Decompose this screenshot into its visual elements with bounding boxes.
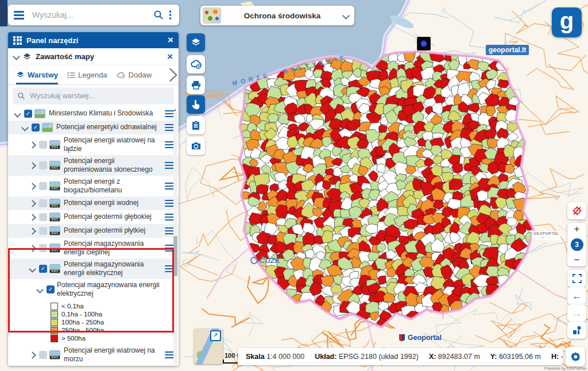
chevron-right-icon[interactable]	[29, 162, 36, 169]
layer-row[interactable]: Potencjał energii promieniowania słonecz…	[8, 155, 179, 176]
layer-row[interactable]: ✓Potencjał magazynowania energii elektry…	[8, 258, 179, 279]
layer-label[interactable]: Potencjał energii z biogazu/biometanu	[64, 177, 164, 195]
scrollbar-thumb[interactable]	[173, 236, 177, 276]
layer-checkbox[interactable]	[39, 182, 47, 190]
layer-row[interactable]: Potencjał geotermii głębokiej	[8, 210, 179, 224]
scrollbar-track[interactable]	[173, 113, 177, 365]
zoom-in-button[interactable]: +	[574, 225, 580, 234]
tools-panel-header: Panel narzędzi ×	[8, 32, 179, 48]
layer-checkbox[interactable]: ✓	[39, 265, 47, 273]
scale-value[interactable]: 1:4 000 000	[266, 353, 304, 361]
powered-by-label: Powered by GISPartner	[544, 366, 587, 370]
layer-checkbox[interactable]	[39, 351, 47, 359]
screenshot-tool-button[interactable]	[187, 137, 205, 155]
legend-label: 0,1ha - 100ha	[61, 311, 102, 318]
chevron-right-icon[interactable]	[29, 351, 36, 359]
chevron-right-icon[interactable]	[29, 200, 36, 207]
layer-label[interactable]: Potencjał energii wodnej	[64, 199, 164, 207]
layer-row[interactable]: Potencjał magazynowania energii cieplnej	[8, 238, 179, 258]
zoom-out-button[interactable]: −	[574, 256, 580, 265]
layer-label[interactable]: Potencjał energetyki odnawialnej	[56, 123, 164, 132]
chevron-right-icon[interactable]	[29, 227, 36, 235]
scroll-up-icon[interactable]: ▲	[173, 107, 177, 113]
add-data-tool-button[interactable]	[187, 55, 205, 74]
open-minimap-icon[interactable]: ↗	[210, 330, 221, 341]
status-bar: Skala 1:4 000 000 Układ: EPSG 2180 (ukła…	[238, 348, 563, 365]
settings-button[interactable]	[566, 347, 585, 366]
layer-row[interactable]: Potencjał energii wodnej	[8, 196, 179, 210]
layer-label[interactable]: Potencjał energii promieniowania słonecz…	[64, 157, 164, 175]
main-menu-button[interactable]	[14, 11, 24, 20]
layer-row[interactable]: ✓Potencjał energetyki odnawialnej	[8, 121, 179, 134]
compare-maps-button[interactable]	[567, 322, 586, 339]
overview-minimap[interactable]: ↗	[194, 329, 223, 364]
layer-row[interactable]: Jakość Powietrza	[8, 365, 179, 366]
layer-label[interactable]: Potencjał magazynowania energii elektryc…	[64, 260, 164, 278]
tab-legenda[interactable]: Legenda	[63, 65, 112, 84]
chevron-down-icon[interactable]	[21, 124, 29, 132]
geoportal-logo[interactable]: g	[552, 7, 582, 37]
select-tool-button[interactable]	[187, 95, 205, 114]
layer-label[interactable]: Potencjał magazynowania energii cieplnej	[64, 239, 164, 257]
chevron-down-icon[interactable]	[14, 110, 21, 118]
layers-tool-button[interactable]	[187, 33, 205, 52]
layer-row[interactable]: Potencjał energii z biogazu/biometanu	[8, 176, 179, 196]
map-scheme-selector[interactable]: Ochrona środowiska	[200, 6, 354, 25]
layer-checkbox[interactable]	[39, 199, 47, 207]
layer-row[interactable]: ✓Ministerstwo Klimatu i Środowiska	[8, 107, 179, 121]
print-tool-button[interactable]	[187, 76, 205, 94]
chevron-down-icon[interactable]	[36, 286, 44, 293]
compass-icon	[250, 257, 258, 264]
layer-checkbox[interactable]: ✓	[47, 285, 55, 293]
chevron-right-icon[interactable]	[29, 214, 36, 221]
layer-checkbox[interactable]	[39, 213, 47, 221]
layer-row[interactable]: Potencjał energii wiatrowej na lądzie	[8, 134, 179, 155]
geoportal-small-watermark: GEOPORTAL▾ ·······	[532, 231, 560, 240]
layer-label[interactable]: Ministerstwo Klimatu i Środowiska	[49, 109, 164, 118]
layer-row[interactable]: Potencjał geotermii płytkiej	[8, 224, 179, 238]
layer-tree-scrollbar[interactable]: ▲ ▼	[172, 107, 178, 366]
location-off-button[interactable]	[567, 202, 586, 219]
tab-warstwy[interactable]: Warstwy	[11, 65, 63, 84]
crs-value[interactable]: EPSG 2180 (układ 1992)	[339, 353, 419, 361]
layer-checkbox[interactable]: ✓	[32, 123, 40, 132]
y-value: 603195.06 m	[499, 353, 541, 361]
chevron-right-icon[interactable]	[29, 183, 36, 190]
layer-row[interactable]: ✓Potencjał magazynowania energii elektry…	[8, 279, 179, 300]
report-tool-button[interactable]	[187, 116, 205, 134]
chevron-down-icon[interactable]	[13, 53, 20, 60]
legend-label: 100ha - 250ha	[61, 319, 104, 326]
close-section-button[interactable]: ×	[167, 53, 173, 61]
layer-label[interactable]: Potencjał geotermii głębokiej	[64, 212, 164, 221]
layer-label[interactable]: Potencjał energii wiatrowej na morzu	[64, 346, 164, 364]
layer-checkbox[interactable]	[39, 227, 47, 235]
layer-label[interactable]: Potencjał magazynowania energii elektryc…	[57, 281, 164, 299]
layer-checkbox[interactable]	[39, 244, 47, 252]
map-marker-icon	[417, 37, 431, 51]
wms-layer-icon	[49, 264, 60, 273]
close-panel-button[interactable]: ×	[168, 36, 173, 44]
tabs-overflow-button[interactable]	[163, 68, 177, 82]
layer-label[interactable]: Potencjał energii wiatrowej na lądzie	[64, 136, 164, 154]
layer-checkbox[interactable]	[39, 141, 47, 149]
chevron-down-icon[interactable]	[29, 265, 36, 273]
layer-label[interactable]: Potencjał geotermii płytkiej	[64, 226, 164, 235]
layer-checkbox[interactable]: ✓	[24, 110, 32, 118]
more-options-icon[interactable]	[167, 9, 174, 21]
next-view-button[interactable]: →	[567, 304, 586, 322]
layer-row[interactable]: Potencjał energii wiatrowej na morzu	[8, 345, 179, 365]
geoportal-watermark: Geoportal	[399, 334, 442, 342]
chevron-right-icon[interactable]	[29, 141, 36, 149]
legend-item: 0,1ha - 100ha	[51, 310, 179, 318]
legend-label: 250ha - 500ha	[61, 327, 104, 334]
scroll-down-icon[interactable]: ▼	[173, 365, 177, 366]
layer-checkbox[interactable]	[39, 161, 47, 169]
prev-view-button[interactable]: ←	[567, 287, 586, 304]
layer-search-input[interactable]	[29, 91, 169, 101]
search-icon[interactable]	[153, 10, 164, 20]
chevron-right-icon[interactable]	[29, 245, 36, 252]
layer-legend: < 0,1ha0,1ha - 100ha100ha - 250ha250ha -…	[8, 300, 179, 345]
search-input[interactable]	[31, 10, 153, 20]
tab-dodawanie[interactable]: Dodaw	[112, 65, 156, 84]
fullscreen-button[interactable]	[567, 270, 586, 287]
